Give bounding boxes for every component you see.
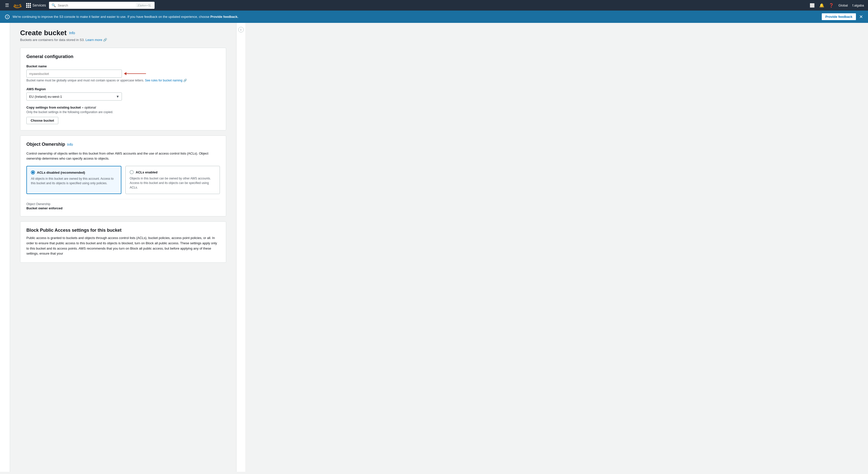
banner-message: We're continuing to improve the S3 conso… (12, 15, 210, 19)
learn-more-link[interactable]: Learn more (86, 38, 102, 42)
provide-feedback-button[interactable]: Provide feedback (822, 13, 856, 20)
object-ownership-title-row: Object Ownership Info (26, 142, 220, 147)
acls-disabled-desc: All objects in this bucket are owned by … (31, 177, 117, 186)
acls-enabled-desc: Objects in this bucket can be owned by o… (130, 176, 216, 190)
object-ownership-card: Object Ownership Info Control ownership … (20, 135, 226, 216)
block-public-access-card: Block Public Access settings for this bu… (20, 221, 226, 263)
banner-close-button[interactable]: ✕ (859, 14, 863, 20)
copy-settings-title: Copy settings from existing bucket – opt… (26, 105, 220, 109)
acls-enabled-radio[interactable] (130, 170, 134, 174)
acls-disabled-label: ACLs disabled (recommended) (37, 171, 85, 175)
notifications-icon[interactable]: 🔔 (819, 3, 824, 8)
page-subtitle: Buckets are containers for data stored i… (20, 38, 226, 42)
hamburger-menu[interactable]: ☰ (4, 1, 10, 9)
page-title-row: Create bucket Info (20, 29, 226, 37)
ownership-description: Control ownership of objects written to … (26, 151, 220, 161)
choose-bucket-button[interactable]: Choose bucket (26, 117, 58, 124)
feedback-banner: i We're continuing to improve the S3 con… (0, 10, 868, 23)
bucket-name-label: Bucket name (26, 64, 220, 68)
ownership-options: ACLs disabled (recommended) All objects … (26, 166, 220, 194)
arrow-annotation (126, 73, 146, 74)
general-config-card: General configuration Bucket name Bucket… (20, 48, 226, 130)
block-public-desc: Public access is granted to buckets and … (26, 235, 220, 256)
right-panel-info-icon[interactable]: i (238, 27, 244, 32)
bucket-name-row (26, 70, 220, 78)
region-selector[interactable]: Global (838, 3, 848, 7)
user-menu[interactable]: f.algaba (852, 3, 864, 7)
object-ownership-info-link[interactable]: Info (67, 143, 73, 147)
main-content: Create bucket Info Buckets are container… (10, 23, 236, 472)
banner-info-icon: i (5, 14, 9, 19)
page-info-link[interactable]: Info (69, 31, 75, 35)
general-config-title: General configuration (26, 54, 220, 59)
acls-disabled-header: ACLs disabled (recommended) (31, 170, 117, 175)
acls-disabled-radio[interactable] (31, 170, 35, 175)
ownership-summary-value: Bucket owner enforced (26, 206, 220, 210)
banner-link-text: Provide feedback (210, 15, 238, 19)
acls-enabled-option[interactable]: ACLs enabled Objects in this bucket can … (125, 166, 220, 194)
copy-settings-hint: Only the bucket settings in the followin… (26, 110, 220, 114)
acls-disabled-option[interactable]: ACLs disabled (recommended) All objects … (26, 166, 121, 194)
aws-logo (13, 2, 22, 8)
main-wrapper: Create bucket Info Buckets are container… (0, 23, 868, 472)
acls-enabled-header: ACLs enabled (130, 170, 216, 174)
search-icon: 🔍 (52, 3, 56, 7)
cloudshell-icon[interactable]: ⬜ (810, 3, 815, 8)
banner-text: We're continuing to improve the S3 conso… (12, 15, 818, 19)
search-shortcut: [Option+S] (136, 3, 152, 7)
grid-icon (26, 3, 31, 8)
right-panel: i (236, 23, 245, 472)
sidebar-toggle (0, 23, 10, 472)
services-label: Services (32, 3, 46, 7)
aws-region-label: AWS Region (26, 87, 220, 91)
top-navigation: ☰ Services 🔍 [Option+S] ⬜ 🔔 ❓ Global f.a… (0, 0, 868, 10)
search-bar[interactable]: 🔍 [Option+S] (49, 2, 155, 9)
aws-region-select[interactable]: EU (Ireland) eu-west-1 US East (N. Virgi… (26, 93, 122, 100)
help-icon[interactable]: ❓ (829, 3, 834, 8)
nav-right: ⬜ 🔔 ❓ Global f.algaba (810, 3, 864, 8)
ownership-summary-label: Object Ownership (26, 202, 220, 206)
aws-region-wrapper: EU (Ireland) eu-west-1 US East (N. Virgi… (26, 93, 122, 100)
services-menu[interactable]: Services (26, 3, 46, 8)
search-input[interactable] (58, 3, 134, 7)
bucket-name-hint: Bucket name must be globally unique and … (26, 79, 220, 82)
ownership-summary: Object Ownership Bucket owner enforced (26, 199, 220, 210)
block-public-title: Block Public Access settings for this bu… (26, 228, 220, 233)
acls-enabled-label: ACLs enabled (136, 170, 158, 174)
arrow-line (126, 73, 146, 74)
bucket-name-input[interactable] (26, 70, 122, 78)
bucket-naming-rules-link[interactable]: See rules for bucket naming (145, 79, 182, 82)
page-title: Create bucket (20, 29, 67, 37)
object-ownership-title: Object Ownership (26, 142, 65, 147)
